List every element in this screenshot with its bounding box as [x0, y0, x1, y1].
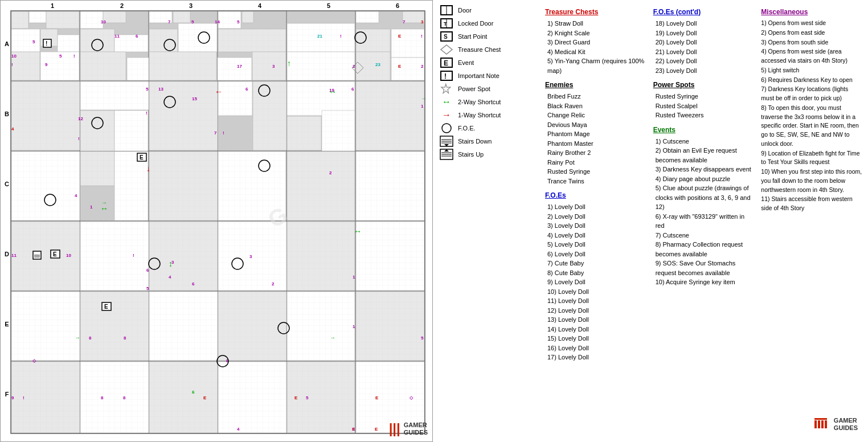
svg-text:6: 6 [146, 268, 149, 273]
svg-text:11: 11 [11, 253, 17, 258]
svg-text:10: 10 [66, 253, 71, 258]
svg-text:4: 4 [75, 193, 77, 198]
svg-text:10: 10 [11, 54, 17, 59]
svg-text:6: 6 [136, 34, 138, 39]
svg-text:E: E [203, 395, 207, 400]
svg-text:T: T [444, 21, 447, 27]
event-icon: E [439, 57, 455, 68]
svg-text:←: ← [215, 87, 223, 96]
svg-text:9: 9 [45, 62, 48, 67]
svg-text:15: 15 [192, 96, 197, 101]
svg-marker-218 [441, 84, 451, 93]
svg-text:1: 1 [421, 104, 424, 109]
svg-text:E: E [294, 395, 298, 400]
treasure-chest-icon [439, 44, 455, 55]
legend-two-way-shortcut: ↔ 2-Way Shortcut [439, 96, 538, 108]
svg-text:E: E [375, 427, 378, 432]
svg-text:5: 5 [191, 19, 194, 24]
svg-text:5: 5 [237, 19, 240, 24]
svg-text:23: 23 [375, 62, 380, 67]
svg-text:!: ! [444, 72, 447, 80]
legend-event: E Event [439, 57, 538, 68]
map-area: 1 2 3 4 5 6 A B C D E F [0, 0, 433, 442]
svg-text:E: E [5, 321, 9, 328]
legend-door: Door [439, 5, 538, 16]
svg-rect-231 [818, 420, 820, 428]
foes-list: 1) Lovely Doll 2) Lovely Doll 3) Lovely … [545, 202, 646, 362]
treasure-list: 1) Straw Doll 2) Knight Scale 3) Direct … [545, 19, 646, 75]
svg-marker-213 [441, 45, 452, 54]
misc-col: Miscellaneous 1) Opens from west side 2)… [761, 5, 862, 437]
svg-text:4: 4 [11, 126, 14, 132]
svg-text:3: 3 [421, 19, 424, 24]
svg-rect-216 [441, 71, 452, 80]
important-note-icon: ! [439, 70, 455, 81]
events-title: Events [653, 126, 755, 134]
svg-text:↑: ↑ [287, 59, 291, 68]
svg-text:↔: ↔ [329, 87, 337, 96]
svg-text:17: 17 [237, 64, 242, 69]
svg-text:!: ! [46, 40, 47, 47]
svg-text:11: 11 [114, 34, 120, 39]
svg-text:!: ! [78, 136, 80, 141]
two-way-shortcut-label: 2-Way Shortcut [458, 99, 501, 105]
legend-stairs-up: Stairs Up [439, 149, 538, 160]
treasure-chests-title: Treasure Chests [545, 8, 646, 16]
foes-contd-title: F.O.Es (cont'd) [653, 8, 755, 16]
svg-rect-92 [11, 11, 425, 433]
misc-title: Miscellaneous [761, 8, 862, 16]
treasure-enemies-col: Treasure Chests 1) Straw Doll 2) Knight … [545, 5, 646, 437]
legend-one-way-shortcut: → 1-Way Shortcut [439, 109, 538, 121]
svg-text:3: 3 [189, 2, 193, 9]
svg-text:14: 14 [215, 19, 220, 24]
svg-text:!: ! [23, 395, 24, 400]
svg-text:6: 6 [245, 87, 248, 92]
misc-list: 1) Opens from west side 2) Opens from ea… [761, 19, 862, 214]
svg-text:4: 4 [258, 2, 262, 9]
svg-rect-230 [814, 420, 817, 428]
svg-text:2: 2 [329, 170, 332, 175]
svg-text:↔: ↔ [100, 204, 108, 213]
svg-text:4: 4 [237, 427, 240, 432]
svg-text:2: 2 [421, 64, 424, 69]
legend-stairs-down: Stairs Down [439, 136, 538, 147]
event-label: Event [458, 59, 474, 66]
svg-text:E: E [398, 34, 402, 39]
svg-point-219 [442, 124, 451, 133]
svg-text:S: S [444, 34, 448, 40]
svg-text:8: 8 [124, 335, 126, 341]
svg-text:1: 1 [353, 427, 355, 432]
svg-text:D: D [5, 251, 9, 257]
one-way-shortcut-icon: → [439, 109, 455, 121]
start-point-label: Start Point [458, 33, 487, 40]
svg-text:5: 5 [32, 39, 35, 44]
svg-text:B: B [5, 110, 9, 117]
svg-rect-232 [821, 420, 824, 428]
stairs-down-label: Stairs Down [458, 138, 492, 145]
enemies-list: Bribed Fuzz Black Raven Change Relic Dev… [545, 92, 646, 186]
svg-text:6: 6 [396, 2, 399, 9]
legend-treasure-chest: Treasure Chest [439, 44, 538, 55]
treasure-chest-label: Treasure Chest [458, 46, 501, 53]
svg-text:1: 1 [353, 324, 355, 329]
two-way-shortcut-icon: ↔ [439, 96, 455, 108]
foes-title: F.O.Es [545, 191, 646, 199]
svg-text:!: ! [11, 62, 13, 67]
svg-text:7: 7 [168, 19, 171, 24]
svg-text:E: E [53, 251, 57, 257]
legend-power-spot: Power Spot [439, 83, 538, 95]
gamer-guides-branding: GAMERGUIDES [813, 416, 858, 433]
power-spot-icon [439, 83, 455, 95]
svg-text:→: → [330, 334, 335, 341]
power-spots-title: Power Spots [653, 81, 755, 89]
svg-rect-233 [825, 420, 827, 428]
legend-locked-door: T Locked Door [439, 18, 538, 29]
legend-area: Door T Locked Door S Start Poin [433, 0, 868, 442]
svg-rect-234 [814, 418, 827, 420]
events-list: 1) Cutscene 2) Obtain an Evil Eye reques… [653, 137, 755, 287]
stairs-down-icon [439, 136, 455, 147]
door-label: Door [458, 7, 472, 14]
svg-text:E: E [398, 64, 402, 69]
gamer-guides-logo: ||| GAMERGUIDES [389, 421, 428, 437]
svg-text:8: 8 [89, 335, 92, 341]
